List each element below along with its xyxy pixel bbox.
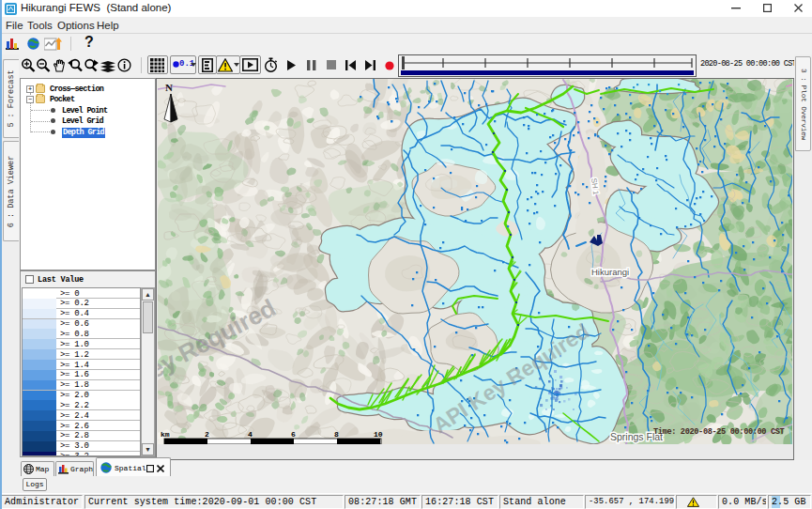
svg-text:km: km — [161, 430, 170, 439]
svg-text:4: 4 — [248, 430, 253, 439]
svg-text:6: 6 — [291, 430, 296, 439]
svg-text:2: 2 — [205, 430, 209, 439]
svg-text:Time: 2020-08-25 00:00:00 CST: Time: 2020-08-25 00:00:00 CST — [653, 427, 785, 437]
svg-text:N: N — [165, 82, 173, 93]
svg-text:10: 10 — [374, 430, 383, 439]
svg-text:Hikurangi: Hikurangi — [591, 267, 629, 277]
svg-text:8: 8 — [334, 430, 339, 439]
